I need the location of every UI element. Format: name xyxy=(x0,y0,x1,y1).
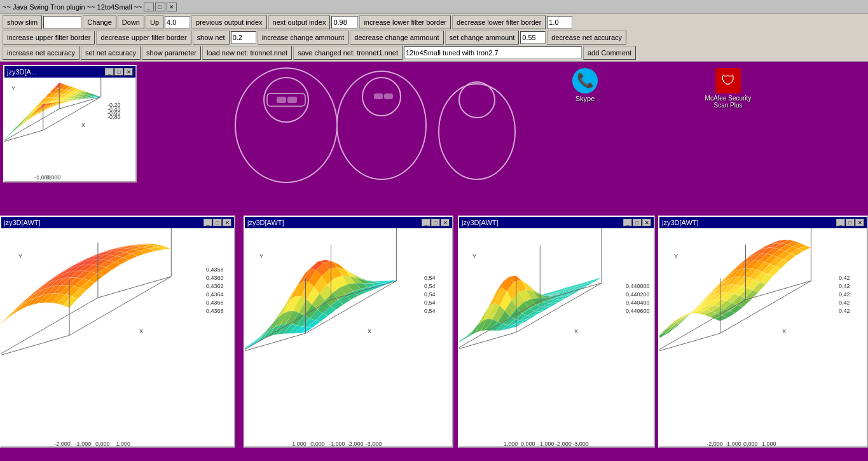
maximize-button[interactable]: □ xyxy=(155,3,165,11)
output-value-input[interactable] xyxy=(331,16,358,29)
plot-4-min[interactable]: _ xyxy=(836,219,845,226)
dec-lower-filter-button[interactable]: decrease lower filter border xyxy=(452,15,546,29)
plot-2-min[interactable]: _ xyxy=(422,219,431,226)
desktop: 📞 Skype 🛡 McAfee Security Scan Plus jzy3… xyxy=(0,62,868,448)
svg-rect-9 xyxy=(287,97,297,103)
desktop-icon-mcafee[interactable]: 🛡 McAfee Security Scan Plus xyxy=(699,68,757,109)
plot-1-max[interactable]: □ xyxy=(213,219,222,226)
down-button[interactable]: Down xyxy=(118,15,144,29)
plot-3-close[interactable]: ✕ xyxy=(642,219,651,226)
svg-rect-11 xyxy=(384,93,393,99)
svg-rect-10 xyxy=(374,93,383,99)
inc-change-button[interactable]: increase change ammount xyxy=(258,31,349,45)
mcafee-icon: 🛡 xyxy=(715,68,741,93)
toolbar-row-3: increase net accuracy set net accuracy s… xyxy=(3,46,865,60)
plot-1-min[interactable]: _ xyxy=(203,219,212,226)
inc-upper-filter-button[interactable]: increase upper filter border xyxy=(3,31,95,45)
plot-4-close[interactable]: ✕ xyxy=(855,219,864,226)
dec-upper-filter-button[interactable]: decrease upper filter border xyxy=(96,31,191,45)
plot-window-small: jzy3D[A... _ □ ✕ xyxy=(3,65,137,182)
plot-3-max[interactable]: □ xyxy=(633,219,642,226)
svg-rect-0 xyxy=(159,62,604,189)
load-net-button[interactable]: load new net: tronnet.nnet xyxy=(202,46,292,60)
plot-title-small: jzy3D[A... xyxy=(7,68,37,76)
plot-small-min[interactable]: _ xyxy=(105,68,114,76)
plot-2-max[interactable]: □ xyxy=(431,219,440,226)
plot-canvas-3 xyxy=(459,228,654,446)
up-value-input[interactable] xyxy=(165,16,190,29)
plot-canvas-1 xyxy=(1,228,234,446)
change-value-input[interactable] xyxy=(520,31,546,44)
plot-window-bottom-3: jzy3D[AWT] _ □ ✕ xyxy=(458,216,655,448)
plot-2-close[interactable]: ✕ xyxy=(441,219,450,226)
inc-net-accuracy-button[interactable]: increase net accuracy xyxy=(3,46,79,60)
title-bar: ~~ Java Swing Tron plugin ~~ 12to4Small … xyxy=(0,0,868,14)
toolbar-row-1: show slim Change Down Up previous output… xyxy=(3,15,865,29)
dec-change-button[interactable]: decrease change ammount xyxy=(350,31,443,45)
minimize-button[interactable]: _ xyxy=(144,3,154,11)
plot-titlebar-3: jzy3D[AWT] _ □ ✕ xyxy=(459,217,654,228)
plot-canvas-small xyxy=(4,78,135,181)
plot-1-close[interactable]: ✕ xyxy=(223,219,231,226)
plot-title-1: jzy3D[AWT] xyxy=(4,219,41,226)
plot-title-3: jzy3D[AWT] xyxy=(462,219,499,226)
close-button[interactable]: ✕ xyxy=(167,3,177,11)
plot-small-close[interactable]: ✕ xyxy=(124,68,133,76)
plot-small-max[interactable]: □ xyxy=(114,68,123,76)
dec-accuracy-button[interactable]: decrease net accuracy xyxy=(547,31,626,45)
skype-icon: 📞 xyxy=(572,68,598,93)
plot-canvas-2 xyxy=(245,228,452,446)
net-value-input[interactable] xyxy=(231,31,256,44)
set-net-accuracy-button[interactable]: set net accuracy xyxy=(81,46,141,60)
plot-titlebar-2: jzy3D[AWT] _ □ ✕ xyxy=(245,217,452,228)
toolbar-row-2: increase upper filter border decrease up… xyxy=(3,31,865,45)
show-param-button[interactable]: show parameter xyxy=(142,46,201,60)
plot-titlebar-1: jzy3D[AWT] _ □ ✕ xyxy=(1,217,234,228)
plot-window-bottom-1: jzy3D[AWT] _ □ ✕ xyxy=(0,216,235,448)
lower-filter-input[interactable] xyxy=(547,16,572,29)
show-slim-button[interactable]: show slim xyxy=(3,15,42,29)
skype-label: Skype xyxy=(575,95,595,102)
plot-window-bottom-2: jzy3D[AWT] _ □ ✕ xyxy=(244,216,453,448)
plot-title-4: jzy3D[AWT] xyxy=(662,219,699,226)
next-output-button[interactable]: next output index xyxy=(268,15,331,29)
mcafee-label: McAfee Security Scan Plus xyxy=(699,95,757,109)
up-button[interactable]: Up xyxy=(146,15,163,29)
prev-output-button[interactable]: previous output index xyxy=(191,15,267,29)
title-bar-text: ~~ Java Swing Tron plugin ~~ 12to4Small … xyxy=(3,3,142,11)
plot-title-2: jzy3D[AWT] xyxy=(247,219,284,226)
change-button[interactable]: Change xyxy=(83,15,116,29)
add-comment-button[interactable]: add Comment xyxy=(583,46,636,60)
save-net-button[interactable]: save changed net: tronnet1.nnet xyxy=(293,46,403,60)
svg-rect-8 xyxy=(277,97,286,103)
comment-input[interactable] xyxy=(404,46,582,59)
plot-window-bottom-4: jzy3D[AWT] _ □ ✕ xyxy=(658,216,868,448)
plot-titlebar-small: jzy3D[A... _ □ ✕ xyxy=(4,66,135,78)
toolbar: show slim Change Down Up previous output… xyxy=(0,14,868,62)
show-net-button[interactable]: show net xyxy=(193,31,230,45)
plot-4-max[interactable]: □ xyxy=(846,219,855,226)
desktop-icon-skype[interactable]: 📞 Skype xyxy=(560,68,610,102)
plot-3-min[interactable]: _ xyxy=(623,219,632,226)
plot-canvas-4 xyxy=(659,228,867,446)
wallpaper-art xyxy=(159,62,604,189)
slim-input[interactable] xyxy=(43,16,81,29)
plot-titlebar-4: jzy3D[AWT] _ □ ✕ xyxy=(659,217,867,228)
inc-lower-filter-button[interactable]: increase lower filter border xyxy=(359,15,451,29)
set-change-button[interactable]: set change ammount xyxy=(445,31,520,45)
